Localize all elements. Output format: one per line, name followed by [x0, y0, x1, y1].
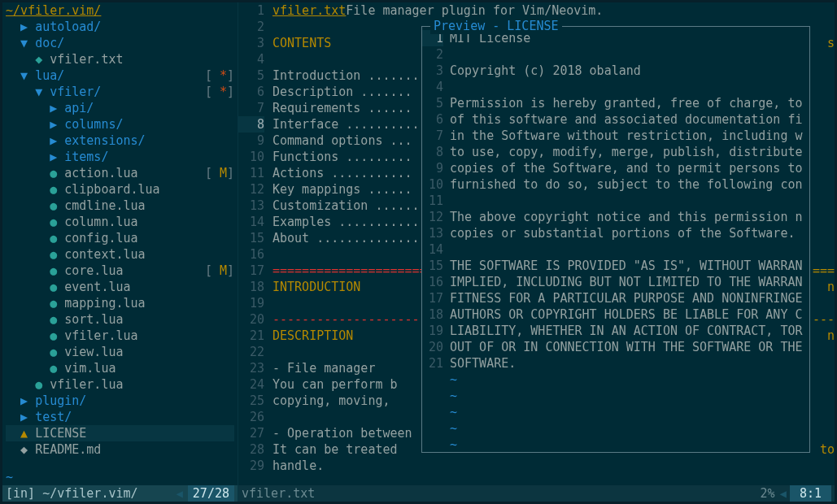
folder-icon: ▼ — [35, 84, 50, 100]
tree-item[interactable]: ● cmdline.lua — [6, 198, 234, 214]
tree-header[interactable]: ~/vfiler.vim/ — [6, 2, 234, 19]
line-number: 19 — [238, 295, 264, 311]
line-number: 15 — [238, 230, 264, 246]
tree-item[interactable]: ▶ autoload/ — [6, 19, 234, 35]
preview-line: THE SOFTWARE IS PROVIDED "AS IS", WITHOU… — [450, 258, 809, 274]
tree-item-name: context.lua — [64, 246, 145, 263]
preview-line-number — [422, 371, 443, 388]
line-number: 27 — [238, 425, 264, 441]
preview-line — [450, 241, 809, 258]
line-number: 3 — [238, 35, 264, 51]
tree-item[interactable]: ● clipboard.lua — [6, 181, 234, 198]
tree-item[interactable]: ● column.lua — [6, 214, 234, 230]
preview-line — [450, 193, 809, 209]
tree-item-name: lua/ — [35, 67, 64, 84]
line-number: 29 — [238, 458, 264, 474]
tree-item[interactable]: ● core.lua[ M] — [6, 263, 234, 279]
file-icon: ◆ — [20, 441, 35, 458]
file-tree[interactable]: ~/vfiler.vim/ ▶ autoload/ ▼ doc/ ◆ vfile… — [2, 2, 238, 469]
tree-item[interactable]: ▶ api/ — [6, 100, 234, 116]
folder-icon: ▶ — [20, 393, 35, 409]
overflow-text: s — [827, 35, 835, 51]
file-icon: ● — [50, 246, 64, 263]
preview-line-number: 5 — [422, 95, 443, 111]
line-number: 21 — [238, 328, 264, 344]
tree-item[interactable]: ▼ lua/[ *] — [6, 67, 234, 84]
doc-line[interactable]: handle. — [272, 458, 835, 474]
tree-item-name: extensions/ — [64, 133, 145, 149]
tree-item-name: plugin/ — [35, 393, 86, 409]
line-number: 1 — [238, 2, 264, 19]
preview-line-number: 11 — [422, 193, 443, 209]
preview-line-number: 13 — [422, 225, 443, 241]
tree-item[interactable]: ● action.lua[ M] — [6, 165, 234, 181]
line-number: 12 — [238, 181, 264, 198]
folder-icon: ▼ — [20, 35, 35, 51]
preview-line-number: 14 — [422, 241, 443, 258]
file-icon: ● — [50, 198, 64, 214]
tree-item[interactable]: ◆ README.md — [6, 441, 234, 458]
file-icon: ● — [50, 311, 64, 328]
preview-line-number: 15 — [422, 258, 443, 274]
preview-line: Copyright (c) 2018 obaland — [450, 63, 809, 79]
editor-window: ~/vfiler.vim/ ▶ autoload/ ▼ doc/ ◆ vfile… — [0, 0, 837, 504]
tree-item[interactable]: ● vim.lua — [6, 360, 234, 376]
line-number: 16 — [238, 246, 264, 263]
preview-line — [450, 46, 809, 63]
file-icon: ● — [50, 263, 64, 279]
tree-item[interactable]: ● vfiler.lua — [6, 328, 234, 344]
tree-item[interactable]: ▶ plugin/ — [6, 393, 234, 409]
tree-item[interactable]: ● view.lua — [6, 344, 234, 360]
tree-item[interactable]: ● config.lua — [6, 230, 234, 246]
tree-item[interactable]: ▶ items/ — [6, 149, 234, 165]
doc-line[interactable]: vfiler.txt File manager plugin for Vim/N… — [272, 2, 835, 19]
file-icon: ● — [50, 344, 64, 360]
tree-item[interactable]: ▲ LICENSE — [6, 425, 234, 441]
file-tree-pane: ~/vfiler.vim/ ▶ autoload/ ▼ doc/ ◆ vfile… — [2, 2, 238, 502]
tree-item[interactable]: ▼ vfiler/[ *] — [6, 84, 234, 100]
tree-item-name: columns/ — [64, 116, 123, 133]
preview-line-number: 20 — [422, 339, 443, 355]
tree-item-name: view.lua — [64, 344, 123, 360]
tree-item[interactable]: ● sort.lua — [6, 311, 234, 328]
tree-item[interactable]: ● event.lua — [6, 279, 234, 295]
line-number: 10 — [238, 149, 264, 165]
tree-item-name: vfiler/ — [50, 84, 101, 100]
document-pane: 1234567891011121314151617181920212223242… — [238, 2, 835, 502]
preview-line-number: 12 — [422, 209, 443, 225]
folder-icon: ▶ — [20, 19, 35, 35]
tree-item[interactable]: ▶ extensions/ — [6, 133, 234, 149]
status-path: [in] ~/vfiler.vim/ — [6, 485, 138, 502]
file-icon: ● — [50, 279, 64, 295]
line-number: 26 — [238, 409, 264, 425]
preview-line: furnished to do so, subject to the follo… — [450, 176, 809, 193]
line-number: 7 — [238, 100, 264, 116]
preview-line: OUT OF OR IN CONNECTION WITH THE SOFTWAR… — [450, 339, 809, 355]
preview-line: copies of the Software, and to permit pe… — [450, 160, 809, 176]
tree-item[interactable]: ▶ columns/ — [6, 116, 234, 133]
preview-line-number: 4 — [422, 79, 443, 95]
file-icon: ● — [50, 328, 64, 344]
tree-item[interactable]: ● vfiler.lua — [6, 376, 234, 393]
status-filename: vfiler.txt — [242, 485, 315, 502]
tree-item-name: README.md — [35, 441, 101, 458]
overflow-text: n — [827, 279, 835, 295]
right-statusline: vfiler.txt 2% ◀ 8:1 — [238, 485, 835, 502]
tree-item[interactable]: ● context.lua — [6, 246, 234, 263]
line-number: 24 — [238, 376, 264, 393]
line-number: 17 — [238, 263, 264, 279]
line-number: 11 — [238, 165, 264, 181]
tree-item[interactable]: ● mapping.lua — [6, 295, 234, 311]
preview-body[interactable]: MIT LicenseCopyright (c) 2018 obalandPer… — [450, 30, 809, 453]
left-statusline: [in] ~/vfiler.vim/ ◀ 27/28 — [2, 485, 238, 502]
separator-arrow-icon: ◀ — [176, 485, 182, 502]
line-number: 18 — [238, 279, 264, 295]
line-number: 4 — [238, 51, 264, 67]
tree-item-name: api/ — [64, 100, 94, 116]
tree-item[interactable]: ◆ vfiler.txt — [6, 51, 234, 67]
overflow-text: to — [820, 441, 835, 458]
preview-line: Permission is hereby granted, free of ch… — [450, 95, 809, 111]
tree-item[interactable]: ▶ test/ — [6, 409, 234, 425]
line-number-gutter: 1234567891011121314151617181920212223242… — [238, 2, 271, 485]
tree-item[interactable]: ▼ doc/ — [6, 35, 234, 51]
